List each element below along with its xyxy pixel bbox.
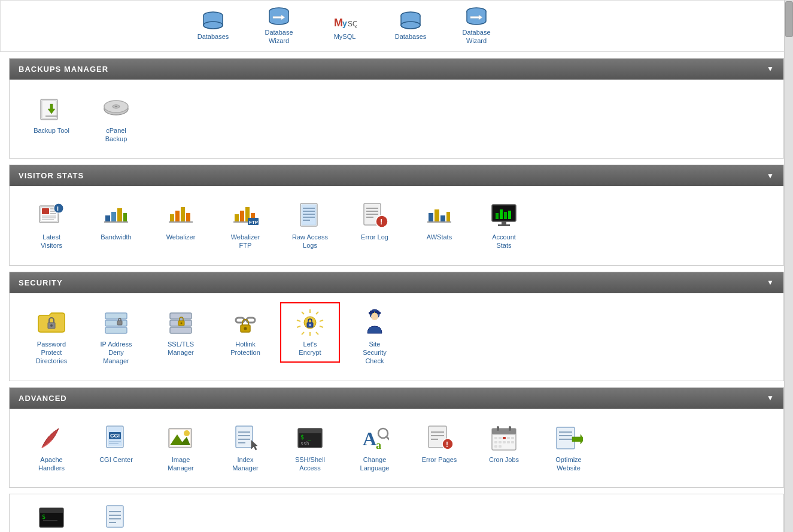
latest-visitors-item[interactable]: i Latest Visitors (22, 195, 81, 256)
top-db-label-1[interactable]: Databases (198, 32, 229, 41)
error-log-label: Error Log (361, 233, 388, 241)
awstats-item[interactable]: AWStats (409, 195, 469, 247)
svg-line-90 (320, 320, 323, 321)
visitor-stats-chevron[interactable]: ▼ (767, 172, 774, 180)
lets-encrypt-item[interactable]: Let's Encrypt (280, 302, 340, 363)
advanced-chevron[interactable]: ▼ (767, 394, 774, 402)
ssl-tls-item[interactable]: SSL/TLS Manager (151, 302, 211, 363)
site-security-item[interactable]: Site Security Check (345, 302, 405, 372)
svg-point-116 (184, 430, 190, 436)
webalizer-label: Webalizer (166, 233, 196, 241)
error-log-item[interactable]: ! Error Log (345, 195, 405, 247)
ssl-tls-icon (166, 308, 195, 337)
backups-header[interactable]: BACKUPS MANAGER ▼ (10, 59, 783, 80)
password-protect-label: Password Protect Directories (36, 340, 68, 366)
error-pages-item[interactable]: ! Error Pages (409, 418, 469, 470)
cron-jobs-item[interactable]: Cron Jobs (474, 418, 534, 470)
security-body: Password Protect Directories IP Address (10, 293, 783, 381)
ssh-shell-item[interactable]: $ _ ssh SSH/Shell Access (280, 418, 340, 479)
svg-rect-66 (496, 213, 499, 219)
change-language-item[interactable]: A a Change Language (345, 418, 405, 479)
password-protect-item[interactable]: Password Protect Directories (22, 302, 81, 372)
account-stats-item[interactable]: Account Stats (474, 195, 534, 256)
ssh-shell-icon: $ _ ssh (296, 424, 324, 452)
backups-chevron[interactable]: ▼ (767, 65, 774, 73)
svg-line-96 (297, 320, 300, 321)
top-db-item-1[interactable]: Databases (189, 11, 237, 41)
svg-point-82 (181, 322, 183, 324)
svg-rect-117 (236, 426, 253, 448)
svg-rect-76 (105, 327, 127, 333)
webalizer-item[interactable]: Webalizer (151, 195, 211, 247)
ssh-shell-label: SSH/Shell Access (295, 455, 325, 473)
svg-text:$: $ (42, 513, 45, 520)
svg-rect-77 (117, 321, 122, 325)
advanced-body: Apache Handlers CGI CGI Cen (10, 409, 783, 488)
terminal-item[interactable]: $ (22, 497, 81, 532)
svg-rect-30 (111, 212, 116, 221)
optimize-website-item[interactable]: Optimize Website (539, 418, 598, 479)
site-security-icon (360, 308, 389, 337)
advanced-header[interactable]: ADVANCED ▼ (10, 388, 783, 409)
top-db-item-4[interactable]: Databases (387, 11, 435, 41)
svg-point-7 (401, 22, 420, 29)
top-db-label-2[interactable]: Database Wizard (265, 28, 293, 45)
svg-rect-63 (446, 212, 450, 221)
awstats-icon (425, 201, 454, 230)
cgi-center-label: CGI Center (99, 455, 133, 464)
security-header[interactable]: SECURITY ▼ (10, 272, 783, 293)
apache-handlers-item[interactable]: Apache Handlers (22, 418, 81, 479)
cgi-center-item[interactable]: CGI CGI Center (86, 418, 146, 470)
svg-rect-60 (429, 213, 433, 221)
svg-rect-61 (435, 209, 439, 221)
svg-text:CGI: CGI (110, 433, 120, 439)
svg-rect-28 (104, 221, 128, 223)
top-db-item-3[interactable]: MySQL MySQL (321, 11, 369, 41)
svg-rect-31 (117, 208, 122, 221)
top-db-item-5[interactable]: Database Wizard (452, 7, 500, 45)
top-db-label-5[interactable]: Database Wizard (462, 28, 490, 45)
security-chevron[interactable]: ▼ (767, 278, 774, 287)
svg-rect-39 (235, 214, 239, 221)
svg-rect-139 (497, 426, 499, 431)
cpanel-backup-item[interactable]: cPanel Backup (86, 89, 146, 150)
scrollbar[interactable] (784, 0, 793, 532)
index-manager-item[interactable]: Index Manager (215, 418, 275, 479)
visitor-stats-section: VISITOR STATS ▼ (9, 165, 784, 266)
bandwidth-icon (102, 201, 130, 230)
svg-text:A: A (363, 428, 376, 449)
cgi-center-icon: CGI (102, 424, 130, 452)
svg-text:a: a (376, 439, 381, 451)
image-manager-label: Image Manager (168, 455, 193, 473)
image-manager-item[interactable]: Image Manager (151, 418, 211, 479)
ip-deny-item[interactable]: IP Address Deny Manager (86, 302, 146, 372)
svg-text:y: y (342, 19, 347, 28)
bandwidth-item[interactable]: Bandwidth (86, 195, 146, 247)
top-db-label-4[interactable]: Databases (395, 32, 427, 41)
svg-rect-143 (503, 437, 506, 439)
webalizer-ftp-item[interactable]: FTP Webalizer FTP (215, 195, 275, 256)
svg-rect-141 (494, 437, 497, 439)
doc-item[interactable] (86, 497, 146, 532)
index-manager-icon (231, 424, 260, 452)
svg-rect-67 (500, 209, 503, 219)
backup-tool-item[interactable]: Backup Tool (22, 89, 81, 141)
scrollbar-thumb[interactable] (785, 1, 793, 37)
svg-rect-35 (175, 211, 180, 221)
error-pages-label: Error Pages (422, 455, 457, 464)
password-protect-icon (37, 308, 66, 337)
svg-rect-148 (503, 441, 506, 443)
raw-access-logs-item[interactable]: Raw Access Logs (280, 195, 340, 256)
svg-rect-152 (499, 445, 502, 448)
svg-rect-40 (240, 211, 244, 221)
account-stats-label: Account Stats (492, 233, 516, 250)
top-db-label-3[interactable]: MySQL (334, 32, 356, 41)
cron-jobs-label: Cron Jobs (489, 455, 519, 464)
svg-rect-146 (494, 441, 497, 443)
hotlink-item[interactable]: Hotlink Protection (215, 302, 275, 363)
top-db-item-2[interactable]: Database Wizard (255, 7, 303, 45)
visitor-stats-header[interactable]: VISITOR STATS ▼ (10, 165, 783, 186)
svg-rect-46 (302, 205, 316, 225)
apache-handlers-icon (37, 424, 66, 452)
error-pages-icon: ! (425, 424, 454, 452)
